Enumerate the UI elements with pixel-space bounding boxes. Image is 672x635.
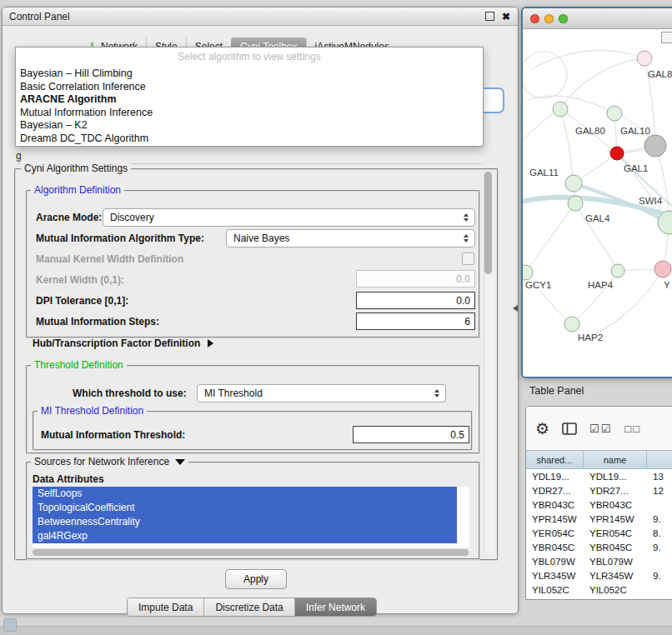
network-node[interactable] (611, 264, 624, 278)
table-cell: YDR27... (526, 486, 584, 496)
hub-definition-expander[interactable]: Hub/Transcription Factor Definition (33, 338, 213, 349)
apply-button[interactable]: Apply (225, 569, 287, 589)
float-window-icon[interactable] (485, 12, 494, 21)
mi-type-label: Mutual Information Algorithm Type: (36, 232, 204, 244)
network-node[interactable] (565, 175, 582, 192)
panel-icon[interactable] (3, 618, 17, 632)
table-cell: YLR345W (584, 571, 647, 581)
close-traffic-light[interactable] (530, 14, 539, 23)
zoom-traffic-light[interactable] (559, 14, 568, 23)
stepper-arrows-icon (464, 213, 469, 222)
mi-threshold-input[interactable] (353, 426, 469, 443)
table-cell: 13 (647, 472, 672, 482)
table-cell: 9. (647, 571, 672, 581)
network-node[interactable] (607, 106, 622, 121)
mi-steps-label: Mutual Information Steps: (36, 316, 159, 328)
network-node[interactable] (564, 317, 579, 332)
aracne-mode-label: Aracne Mode: (36, 212, 102, 223)
table-row[interactable]: YDL19...YDL19...13 (526, 469, 672, 483)
threshold-definition-title: Threshold Definition (31, 359, 127, 371)
network-node[interactable] (654, 261, 671, 278)
table-cell: YIL052C (526, 585, 584, 595)
algorithm-option[interactable]: Mutual Information Inference (18, 107, 483, 120)
data-attribute-item[interactable]: gal4RGexp (33, 529, 457, 543)
gear-icon[interactable]: ⚙ (535, 421, 549, 437)
expand-right-icon (208, 339, 213, 348)
bottom-tab-infer-network[interactable]: Infer Network (294, 598, 376, 616)
bottom-tab-impute-data[interactable]: Impute Data (128, 598, 203, 616)
column-header-shared[interactable]: shared... (526, 451, 584, 468)
node-label: GCY1 (525, 280, 551, 290)
data-attribute-item[interactable]: TopologicalCoefficient (33, 501, 457, 515)
column-header-col2[interactable] (647, 451, 672, 468)
algorithm-popup: Select algorithm to view settings Bayesi… (15, 47, 484, 147)
mi-type-combobox[interactable]: Naive Bayes (226, 229, 475, 248)
table-cell: 9. (647, 542, 672, 552)
dpi-tolerance-label: DPI Tolerance [0,1]: (36, 295, 128, 307)
algorithm-option[interactable]: ARACNE Algorithm (18, 93, 483, 107)
table-cell: YER054C (584, 528, 647, 538)
node-label: HAP4 (588, 280, 614, 290)
horizontal-scrollbar[interactable] (33, 549, 469, 556)
algorithm-label-fragment: g (16, 150, 22, 162)
node-label: GAL10 (620, 126, 650, 136)
table-row[interactable]: YBL079WYBL079W (526, 554, 672, 568)
table-cell: 9. (647, 514, 672, 524)
data-attribute-item[interactable]: BetweennessCentrality (33, 515, 457, 529)
table-row[interactable]: YLR345WYLR345W9. (526, 568, 672, 582)
network-canvas[interactable]: GAL8GAL80GAL10GAL11GAL1SWI4GAL4GCY1HAP4Y… (523, 29, 672, 377)
table-row[interactable]: YPR145WYPR145W9. (526, 512, 672, 526)
table-row[interactable]: YBR043CYBR043C (526, 498, 672, 512)
table-row[interactable]: YER054CYER054C8. (526, 526, 672, 540)
algorithm-option[interactable]: Basic Correlation Inference (18, 81, 483, 94)
network-node[interactable] (568, 196, 583, 211)
network-node[interactable] (553, 102, 568, 117)
network-node[interactable] (644, 135, 666, 157)
algorithm-definition-title: Algorithm Definition (31, 184, 124, 196)
algorithm-option[interactable]: Bayesian – Hill Climbing (18, 68, 483, 81)
bottom-tab-discretize-data[interactable]: Discretize Data (203, 598, 293, 616)
minimize-traffic-light[interactable] (544, 14, 554, 23)
panel-collapse-arrow[interactable] (513, 305, 518, 312)
hub-definition-label: Hub/Transcription Factor Definition (33, 338, 200, 349)
table-row[interactable]: YIL052CYIL052C (526, 582, 672, 597)
bottom-tabbar: Impute DataDiscretize DataInfer Network (127, 598, 377, 617)
table-cell: YDL19... (526, 472, 584, 482)
columns-icon[interactable] (562, 422, 577, 435)
bottom-strip (0, 626, 672, 635)
checked-boxes-icon[interactable]: ☑☑ (589, 422, 612, 435)
table-cell: 12 (647, 486, 672, 496)
manual-kernel-checkbox[interactable] (462, 252, 474, 265)
table-row[interactable]: YDR27...YDR27...12 (526, 483, 672, 498)
network-node[interactable] (523, 265, 533, 280)
algorithm-option[interactable]: Dream8 DC_TDC Algorithm (18, 132, 483, 146)
table-cell: YBL079W (526, 557, 584, 567)
algorithm-option[interactable]: Bayesian – K2 (18, 119, 483, 132)
algorithm-popup-placeholder: Select algorithm to view settings (16, 48, 483, 62)
table-row[interactable]: YBR045CYBR045C9. (526, 540, 672, 554)
birdseye-box[interactable] (661, 32, 672, 43)
mi-threshold-group-title: MI Threshold Definition (38, 405, 147, 417)
network-node[interactable] (637, 51, 652, 66)
table-cell: YBL079W (584, 557, 647, 567)
mi-threshold-label: Mutual Information Threshold: (41, 429, 185, 441)
vertical-scrollbar-thumb[interactable] (484, 172, 492, 274)
stepper-arrows-icon (464, 234, 469, 242)
table-cell: YBR045C (584, 542, 647, 552)
aracne-mode-combobox[interactable]: Discovery (103, 208, 475, 227)
data-attributes-label: Data Attributes (33, 473, 104, 485)
data-attribute-item[interactable]: SelfLoops (33, 487, 457, 501)
which-threshold-combobox[interactable]: MI Threshold (197, 384, 446, 402)
column-header-name[interactable]: name (584, 451, 647, 468)
which-threshold-label: Which threshold to use: (73, 388, 187, 399)
kernel-width-input[interactable] (356, 270, 475, 288)
kernel-width-label: Kernel Width (0,1): (36, 274, 124, 286)
sources-expander[interactable]: Sources for Network Inference (31, 456, 188, 468)
collapse-down-icon (175, 459, 185, 465)
dpi-tolerance-input[interactable] (356, 292, 475, 309)
network-node[interactable] (610, 147, 624, 160)
unchecked-boxes-icon[interactable]: □□ (624, 422, 641, 435)
stepper-arrows-icon (434, 389, 439, 398)
close-icon[interactable]: ✖ (502, 12, 510, 22)
mi-steps-input[interactable] (356, 312, 475, 330)
